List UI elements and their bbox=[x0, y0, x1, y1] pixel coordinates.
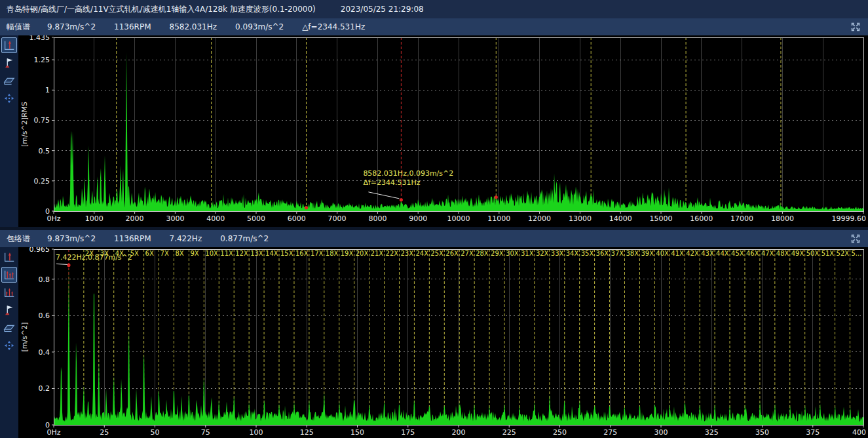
single-cursor-icon bbox=[3, 250, 16, 264]
svg-text:350: 350 bbox=[755, 428, 769, 437]
svg-text:3000: 3000 bbox=[166, 214, 184, 223]
pan-tool-button[interactable] bbox=[1, 90, 17, 106]
svg-text:325: 325 bbox=[705, 428, 719, 437]
amplitude-spectrum-panel: 幅值谱 9.873m/s^2 1136RPM 8582.031Hz 0.093m… bbox=[0, 18, 868, 227]
cursor-frequency-value: 8582.031Hz bbox=[170, 22, 217, 31]
svg-text:2000: 2000 bbox=[126, 214, 144, 223]
svg-text:29X: 29X bbox=[491, 250, 504, 257]
svg-text:33X: 33X bbox=[551, 250, 564, 257]
svg-text:19X: 19X bbox=[341, 250, 354, 257]
svg-text:28X: 28X bbox=[476, 250, 489, 257]
svg-text:48X: 48X bbox=[776, 250, 789, 257]
svg-text:20X: 20X bbox=[356, 250, 369, 257]
svg-text:0: 0 bbox=[45, 207, 50, 216]
svg-text:0: 0 bbox=[45, 421, 50, 429]
svg-text:1.25: 1.25 bbox=[34, 56, 50, 64]
svg-text:15X: 15X bbox=[280, 250, 293, 257]
flag-marker-tool-button[interactable] bbox=[1, 55, 17, 71]
svg-text:37X: 37X bbox=[611, 250, 624, 257]
titlebar: 青岛特钢/高线厂/一高线/11V立式轧机/减速机1轴输入4A/128k 加速度波… bbox=[0, 0, 868, 18]
waterfall-3d-icon bbox=[3, 321, 16, 334]
svg-text:17000: 17000 bbox=[730, 214, 753, 223]
envelope-spectrum-panel: 包络谱 9.873m/s^2 1136RPM 7.422Hz 0.877m/s^… bbox=[0, 230, 868, 438]
svg-text:11X: 11X bbox=[220, 250, 233, 257]
svg-text:47X: 47X bbox=[761, 250, 774, 257]
svg-text:100: 100 bbox=[250, 428, 263, 437]
svg-text:49X: 49X bbox=[791, 250, 804, 257]
svg-text:9X: 9X bbox=[190, 250, 198, 257]
cursor-amplitude-value: 0.093m/s^2 bbox=[235, 22, 284, 31]
svg-text:0.6: 0.6 bbox=[39, 311, 50, 320]
single-cursor-tool-button[interactable] bbox=[1, 249, 17, 265]
waterfall-3d-icon bbox=[3, 74, 16, 87]
amplitude-spectrum-chart[interactable]: 0Hz1000200030004000500060007000800090001… bbox=[18, 35, 868, 227]
svg-text:5...: 5... bbox=[852, 250, 862, 257]
single-cursor-tool-button[interactable] bbox=[1, 37, 17, 53]
pan-tool-button[interactable] bbox=[1, 338, 17, 353]
harmonic-cursor-icon bbox=[3, 268, 16, 281]
harmonic-cursor-tool-button[interactable] bbox=[1, 267, 17, 283]
sideband-cursor-tool-button[interactable] bbox=[1, 285, 17, 300]
svg-text:8582.031Hz,0.093m/s^2: 8582.031Hz,0.093m/s^2 bbox=[363, 169, 453, 178]
envelope-expand-button[interactable] bbox=[850, 233, 861, 245]
svg-text:40X: 40X bbox=[656, 250, 669, 257]
svg-text:32X: 32X bbox=[536, 250, 549, 257]
svg-text:375: 375 bbox=[806, 428, 820, 437]
svg-text:[m/s^2]RMS: [m/s^2]RMS bbox=[20, 102, 29, 147]
svg-text:125: 125 bbox=[300, 428, 314, 437]
flag-icon bbox=[3, 56, 16, 70]
svg-text:7.422Hz,0.877m/s^2: 7.422Hz,0.877m/s^2 bbox=[56, 253, 132, 262]
rpm-value: 1136RPM bbox=[114, 22, 151, 31]
flag-marker-tool-button[interactable] bbox=[1, 302, 17, 318]
svg-text:22X: 22X bbox=[386, 250, 399, 257]
overall-rms-value: 9.873m/s^2 bbox=[47, 234, 96, 243]
delta-f-value: △f=2344.531Hz bbox=[302, 22, 365, 31]
svg-text:34X: 34X bbox=[566, 250, 579, 257]
svg-text:46X: 46X bbox=[746, 250, 759, 257]
svg-text:1: 1 bbox=[45, 86, 50, 94]
waterfall-tool-button[interactable] bbox=[1, 73, 17, 89]
svg-text:52X: 52X bbox=[837, 250, 850, 257]
amplitude-expand-button[interactable] bbox=[850, 21, 861, 33]
svg-text:7000: 7000 bbox=[328, 214, 347, 223]
svg-text:275: 275 bbox=[603, 428, 617, 437]
waterfall-tool-button[interactable] bbox=[1, 320, 17, 336]
svg-text:4000: 4000 bbox=[206, 214, 225, 223]
svg-text:50: 50 bbox=[151, 428, 160, 437]
svg-text:24X: 24X bbox=[415, 250, 428, 257]
svg-text:[m/s^2]: [m/s^2] bbox=[20, 323, 29, 352]
svg-text:75: 75 bbox=[201, 428, 210, 437]
svg-text:6000: 6000 bbox=[288, 214, 306, 223]
svg-text:0.75: 0.75 bbox=[34, 116, 50, 125]
vibration-analysis-app: 青岛特钢/高线厂/一高线/11V立式轧机/减速机1轴输入4A/128k 加速度波… bbox=[0, 0, 868, 438]
svg-text:14000: 14000 bbox=[609, 214, 632, 223]
svg-text:6X: 6X bbox=[145, 250, 154, 257]
svg-text:30X: 30X bbox=[506, 250, 519, 257]
svg-text:19999.60: 19999.60 bbox=[832, 214, 867, 223]
svg-text:200: 200 bbox=[452, 428, 466, 437]
svg-text:14X: 14X bbox=[265, 250, 278, 257]
svg-text:43X: 43X bbox=[701, 250, 714, 257]
amplitude-panel-title: 幅值谱 bbox=[7, 22, 30, 33]
single-cursor-icon bbox=[3, 39, 16, 52]
svg-text:16000: 16000 bbox=[690, 214, 713, 223]
svg-text:12X: 12X bbox=[235, 250, 248, 257]
envelope-panel-header: 包络谱 9.873m/s^2 1136RPM 7.422Hz 0.877m/s^… bbox=[0, 230, 868, 247]
envelope-spectrum-chart[interactable]: 2X3X4X5X6X7X8X9X10X11X12X13X14X15X16X17X… bbox=[18, 247, 868, 438]
timestamp: 2023/05/25 21:29:08 bbox=[341, 5, 424, 14]
svg-text:150: 150 bbox=[350, 428, 364, 437]
svg-text:0.2: 0.2 bbox=[39, 384, 50, 393]
svg-text:23X: 23X bbox=[400, 250, 413, 257]
svg-text:10000: 10000 bbox=[447, 214, 470, 223]
svg-text:5000: 5000 bbox=[247, 214, 265, 223]
svg-text:13000: 13000 bbox=[569, 214, 592, 223]
measurement-path: 青岛特钢/高线厂/一高线/11V立式轧机/减速机1轴输入4A/128k 加速度波… bbox=[7, 4, 316, 15]
svg-text:12000: 12000 bbox=[528, 214, 551, 223]
svg-text:0.5: 0.5 bbox=[39, 147, 50, 155]
cursor-amplitude-value: 0.877m/s^2 bbox=[220, 234, 269, 243]
svg-text:15000: 15000 bbox=[650, 214, 673, 223]
svg-text:31X: 31X bbox=[521, 250, 534, 257]
svg-text:13X: 13X bbox=[250, 250, 263, 257]
flag-icon bbox=[3, 304, 16, 317]
svg-text:17X: 17X bbox=[311, 250, 324, 257]
